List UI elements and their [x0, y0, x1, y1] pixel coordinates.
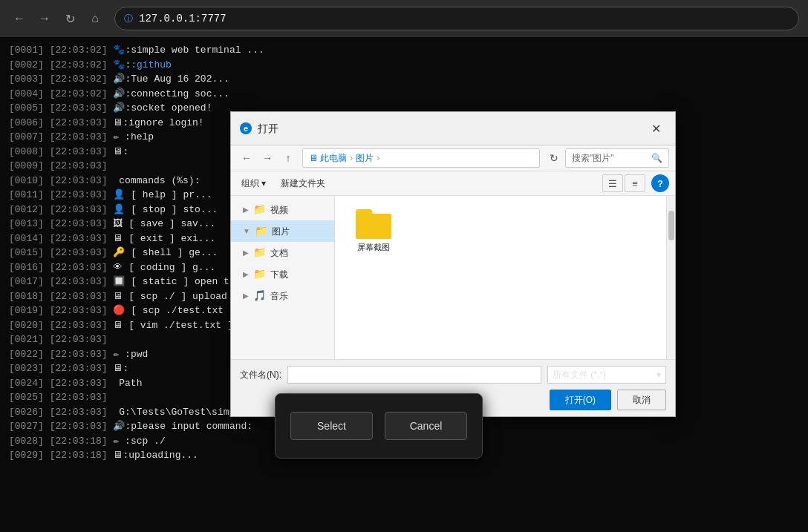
- folder-icon: 📁: [253, 202, 266, 217]
- dialog-forward-button[interactable]: →: [258, 148, 277, 168]
- open-button[interactable]: 打开(O): [550, 390, 611, 410]
- folder-icon: 📁: [255, 223, 267, 239]
- vertical-scrollbar[interactable]: [666, 196, 675, 359]
- address-bar[interactable]: ⓘ 127.0.0.1:7777: [114, 7, 799, 30]
- sidebar-item-pictures[interactable]: ▼ 📁 图片: [231, 220, 334, 242]
- select-button[interactable]: Select: [290, 412, 373, 440]
- edge-icon: e: [240, 122, 252, 134]
- sidebar-label-video: 视频: [270, 203, 288, 217]
- sidebar-label-downloads: 下载: [270, 268, 288, 281]
- folder-icon: 📁: [253, 266, 266, 282]
- chevron-icon: ▶: [243, 204, 249, 215]
- sidebar-item-video[interactable]: ▶ 📁 视频: [231, 199, 334, 220]
- view-details-button[interactable]: ≡: [625, 174, 645, 192]
- organize-button[interactable]: 组织 ▾: [237, 176, 270, 191]
- chevron-icon: ▶: [243, 269, 249, 280]
- info-icon: ⓘ: [124, 13, 133, 25]
- path-bar: 🖥 此电脑 › 图片 ›: [302, 148, 540, 168]
- sidebar-item-docs[interactable]: ▶ 📁 文档: [231, 242, 334, 263]
- sidebar-item-music[interactable]: ▶ 🎵 音乐: [231, 285, 334, 306]
- help-button[interactable]: ?: [651, 174, 669, 192]
- dialog-content: ▶ 📁 视频 ▼ 📁 图片 ▶ 📁 文档 ▶: [231, 196, 675, 359]
- terminal-line: [0002] [22:03:02] 🐾::github: [9, 58, 799, 73]
- path-pictures[interactable]: 图片: [356, 151, 374, 165]
- dialog-sidebar: ▶ 📁 视频 ▼ 📁 图片 ▶ 📁 文档 ▶: [231, 196, 335, 359]
- dialog-toolbar: ← → ↑ 🖥 此电脑 › 图片 › ↻ 搜索"图片" 🔍: [231, 145, 675, 171]
- scrollbar-thumb[interactable]: [668, 211, 674, 240]
- terminal-line: [0003] [22:03:02] 🔊:Tue Aug 16 202...: [9, 72, 799, 87]
- dialog-titlebar: e 打开 ✕: [231, 112, 675, 145]
- sidebar-label-pictures: 图片: [272, 225, 290, 238]
- dialog-menubar: 组织 ▾ 新建文件夹 ☰ ≡ ?: [231, 171, 675, 196]
- terminal-line: [0004] [22:03:02] 🔊:connecting soc...: [9, 87, 799, 102]
- dialog-title: e 打开: [240, 121, 278, 137]
- folder-body: [356, 214, 391, 239]
- view-toggle-button[interactable]: ☰: [602, 174, 623, 192]
- filename-input[interactable]: [287, 366, 541, 384]
- folder-thumbnail: [356, 209, 391, 239]
- folder-icon: 📁: [253, 245, 266, 260]
- filename-label: 文件名(N):: [240, 368, 281, 381]
- sidebar-item-downloads[interactable]: ▶ 📁 下载: [231, 263, 334, 285]
- folder-icon: 🎵: [253, 288, 266, 303]
- path-separator: ›: [350, 151, 353, 165]
- file-item-screenshot[interactable]: 屏幕截图: [344, 205, 403, 257]
- reload-button[interactable]: ↻: [59, 8, 80, 29]
- sidebar-label-docs: 文档: [270, 246, 288, 260]
- scrollbar-track[interactable]: [668, 196, 675, 359]
- dialog-close-button[interactable]: ✕: [645, 118, 666, 139]
- new-folder-button[interactable]: 新建文件夹: [276, 176, 330, 191]
- filename-row: 文件名(N): 所有文件 (*.*) ▾: [240, 366, 666, 384]
- filetype-value: 所有文件 (*.*): [553, 368, 606, 381]
- nav-buttons: ← → ↻ ⌂: [9, 8, 105, 29]
- path-separator2: ›: [377, 151, 379, 165]
- path-computer[interactable]: 🖥 此电脑: [309, 151, 347, 165]
- file-label: 屏幕截图: [357, 242, 390, 252]
- dialog-back-button[interactable]: ←: [237, 148, 256, 168]
- back-button[interactable]: ←: [9, 8, 30, 29]
- search-icon: 🔍: [651, 151, 662, 165]
- sidebar-label-music: 音乐: [270, 289, 288, 303]
- browser-chrome: ← → ↻ ⌂ ⓘ 127.0.0.1:7777: [0, 0, 808, 37]
- forward-button[interactable]: →: [34, 8, 55, 29]
- dialog-up-button[interactable]: ↑: [278, 148, 298, 168]
- url-text: 127.0.0.1:7777: [139, 13, 227, 24]
- chevron-icon: ▼: [243, 226, 250, 237]
- chevron-icon: ▶: [243, 290, 249, 301]
- select-cancel-dialog[interactable]: Select Cancel: [275, 393, 483, 459]
- dialog-title-text: 打开: [258, 121, 278, 137]
- home-button[interactable]: ⌂: [85, 8, 105, 29]
- chevron-icon: ▶: [243, 247, 249, 258]
- dropdown-icon: ▾: [656, 368, 661, 381]
- search-bar[interactable]: 搜索"图片" 🔍: [565, 148, 669, 168]
- refresh-button[interactable]: ↻: [544, 148, 564, 168]
- terminal: [0001] [22:03:02] 🐾:simple web terminal …: [0, 37, 808, 532]
- search-placeholder: 搜索"图片": [572, 151, 614, 165]
- dialog-main-area[interactable]: 屏幕截图: [335, 196, 666, 359]
- filetype-select[interactable]: 所有文件 (*.*) ▾: [547, 366, 666, 384]
- dialog-cancel-button[interactable]: 取消: [617, 390, 666, 410]
- terminal-line: [0001] [22:03:02] 🐾:simple web terminal …: [9, 43, 799, 58]
- cancel-button[interactable]: Cancel: [385, 412, 467, 440]
- file-open-dialog[interactable]: e 打开 ✕ ← → ↑ 🖥 此电脑 › 图片 › ↻ 搜索"图片": [230, 111, 676, 417]
